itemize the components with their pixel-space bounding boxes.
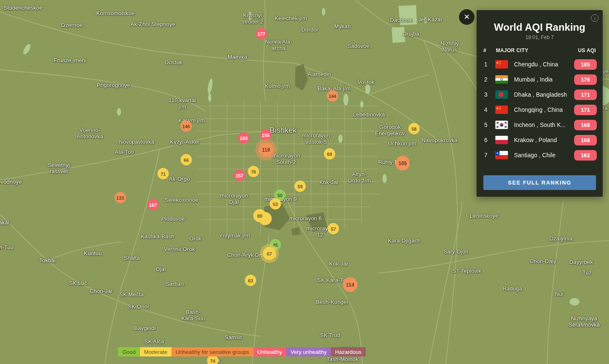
aqi-marker[interactable]: 155 [260, 129, 272, 141]
aqi-marker[interactable]: 105 [395, 156, 410, 171]
rank-number: 2 [482, 76, 495, 83]
flag-cn-icon [495, 106, 508, 114]
ranking-table-header: # MAJOR CITY US AQI [477, 47, 603, 53]
aqi-badge: 168 [574, 135, 597, 145]
aqi-badge: 168 [574, 120, 597, 130]
column-rank: # [483, 47, 496, 53]
aqi-marker[interactable]: 63 [245, 275, 256, 286]
aqi-marker[interactable]: 157 [234, 170, 245, 181]
legend-item-unhealthy: Unhealthy [253, 347, 287, 356]
ranking-row[interactable]: 5Incheon , South K...168 [477, 117, 603, 132]
ranking-row[interactable]: 1Chengdu , China185 [477, 57, 603, 72]
aqi-marker[interactable]: 76 [248, 166, 259, 177]
column-city: MAJOR CITY [496, 47, 578, 53]
aqi-map-screen: StudencheskoeKomsomolskoeOzernoeAk-Zhol … [0, 0, 609, 364]
aqi-marker[interactable]: 163 [238, 132, 250, 144]
panel-timestamp: 18:01, Feb 7 [477, 34, 603, 40]
ranking-rows: 1Chengdu , China1852Mumbai , India1763Dh… [477, 57, 603, 163]
rank-number: 6 [482, 137, 495, 143]
aqi-badge: 176 [574, 74, 597, 85]
flag-bd-icon [495, 90, 508, 99]
rank-number: 1 [482, 61, 495, 68]
city-name: Krakow , Poland [514, 137, 574, 143]
rank-number: 4 [482, 106, 495, 113]
legend-item-usg: Unhealthy for sensitive groups [171, 347, 253, 356]
legend-item-good: Good [118, 347, 140, 356]
aqi-marker[interactable]: 177 [256, 28, 267, 40]
rank-number: 3 [482, 91, 495, 98]
info-icon[interactable]: i [591, 14, 598, 22]
close-panel-button[interactable]: ✕ [459, 9, 475, 25]
see-full-ranking-button[interactable]: SEE FULL RANKING [483, 175, 596, 190]
flag-cn-icon [495, 60, 508, 69]
ranking-row[interactable]: 3Dhaka , Bangladesh171 [477, 87, 603, 102]
ranking-row[interactable]: 2Mumbai , India176 [477, 72, 603, 87]
aqi-badge: 162 [574, 150, 597, 161]
ranking-row[interactable]: 4Chongqing , China171 [477, 102, 603, 117]
column-aqi: US AQI [578, 47, 596, 53]
flag-in-icon [495, 75, 508, 84]
aqi-marker[interactable]: 58 [409, 123, 420, 135]
city-name: Chongqing , China [514, 106, 574, 113]
aqi-marker[interactable]: 144 [327, 90, 338, 102]
city-name: Mumbai , India [514, 76, 574, 83]
aqi-marker[interactable]: 67 [263, 247, 276, 260]
city-name: Santiago , Chile [514, 152, 574, 158]
panel-title: World AQI Ranking [480, 21, 599, 33]
legend-item-very-unhealthy: Very unhealthy [286, 347, 331, 356]
aqi-marker[interactable]: 146 [181, 121, 192, 132]
aqi-marker[interactable]: 57 [328, 223, 339, 235]
aqi-marker[interactable]: 157 [148, 199, 159, 211]
aqi-marker[interactable]: 69 [324, 148, 335, 160]
aqi-marker[interactable]: 119 [259, 142, 274, 157]
legend-item-hazardous: Hazardous [331, 347, 366, 356]
aqi-badge: 171 [574, 90, 597, 100]
ranking-row[interactable]: 7Santiago , Chile162 [477, 148, 603, 163]
aqi-badge: 185 [574, 59, 597, 70]
aqi-marker[interactable]: 53 [270, 198, 281, 210]
flag-cl-icon [495, 151, 508, 159]
close-icon: ✕ [464, 13, 469, 21]
aqi-badge: 171 [574, 105, 597, 115]
aqi-marker[interactable]: 66 [181, 154, 192, 166]
aqi-legend: GoodModerateUnhealthy for sensitive grou… [118, 347, 366, 356]
aqi-marker[interactable]: 71 [158, 168, 169, 179]
ranking-row[interactable]: 6Krakow , Poland168 [477, 132, 603, 148]
legend-item-moderate: Moderate [140, 347, 171, 356]
aqi-marker[interactable]: 133 [115, 192, 126, 203]
flag-pl-icon [495, 136, 508, 144]
world-aqi-ranking-panel: i World AQI Ranking 18:01, Feb 7 # MAJOR… [477, 10, 603, 197]
city-name: Chengdu , China [514, 61, 574, 68]
aqi-marker[interactable]: 80 [253, 209, 266, 222]
city-name: Incheon , South K... [514, 121, 574, 128]
rank-number: 7 [482, 152, 495, 158]
aqi-marker[interactable]: 59 [295, 181, 306, 192]
rank-number: 5 [482, 121, 495, 128]
flag-kr-icon [495, 121, 508, 129]
city-name: Dhaka , Bangladesh [514, 91, 574, 98]
aqi-marker[interactable]: 114 [343, 277, 358, 292]
